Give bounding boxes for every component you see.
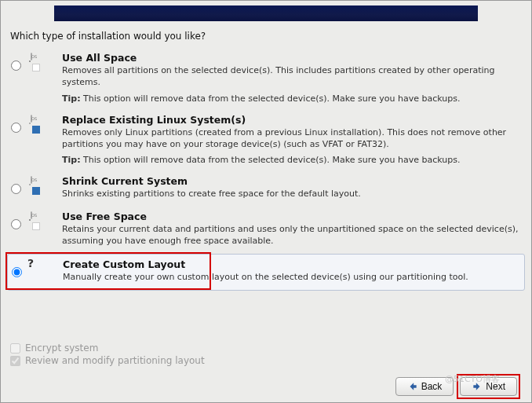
lower-controls: Encrypt system Review and modify partiti… [7,338,525,396]
option-title: Shrink Current System [62,175,520,187]
option-desc: Retains your current data and partitions… [62,224,520,247]
option-replace-linux[interactable]: OS Replace Existing Linux System(s) Remo… [7,110,525,172]
header-banner [54,5,478,21]
review-layout-label: Review and modify partitioning layout [25,355,205,366]
option-title: Replace Existing Linux System(s) [62,114,520,126]
option-title: Create Custom Layout [63,258,519,270]
option-custom-layout[interactable]: ? Create Custom Layout Manually create y… [7,254,525,291]
option-use-free-space[interactable]: OS Use Free Space Retains your current d… [7,207,525,254]
option-desc: Manually create your own custom layout o… [63,272,519,284]
back-button-label: Back [421,381,443,392]
option-title: Use All Space [62,52,520,64]
radio-use-all-space[interactable] [11,60,21,71]
option-desc: Shrinks existing partitions to create fr… [62,189,520,200]
option-shrink-system[interactable]: OS Shrink Current System Shrinks existin… [7,171,525,207]
encrypt-system-checkbox[interactable] [10,343,20,354]
next-button[interactable]: Next [460,377,517,396]
radio-use-free-space[interactable] [11,219,21,229]
radio-replace-linux[interactable] [11,123,21,133]
radio-shrink-system[interactable] [11,184,21,194]
option-use-all-space[interactable]: OS Use All Space Removes all partitions … [7,48,525,110]
option-tip: Tip: This option will remove data from t… [62,93,520,104]
review-layout-checkbox[interactable] [10,356,20,366]
review-layout-checkbox-row[interactable]: Review and modify partitioning layout [10,355,522,366]
option-tip: Tip: This option will remove data from t… [62,155,520,165]
encrypt-system-label: Encrypt system [25,343,98,354]
option-desc: Removes only Linux partitions (created f… [62,127,520,151]
prompt-text: Which type of installation would you lik… [10,31,525,42]
next-button-label: Next [486,381,505,392]
arrow-left-icon [407,381,418,392]
option-desc: Removes all partitions on the selected d… [62,65,520,89]
encrypt-system-checkbox-row[interactable]: Encrypt system [10,343,522,354]
install-type-options: OS Use All Space Removes all partitions … [7,48,525,291]
radio-custom-layout[interactable] [12,267,22,277]
option-title: Use Free Space [62,211,520,222]
back-button[interactable]: Back [395,377,454,396]
arrow-right-icon [472,381,483,392]
